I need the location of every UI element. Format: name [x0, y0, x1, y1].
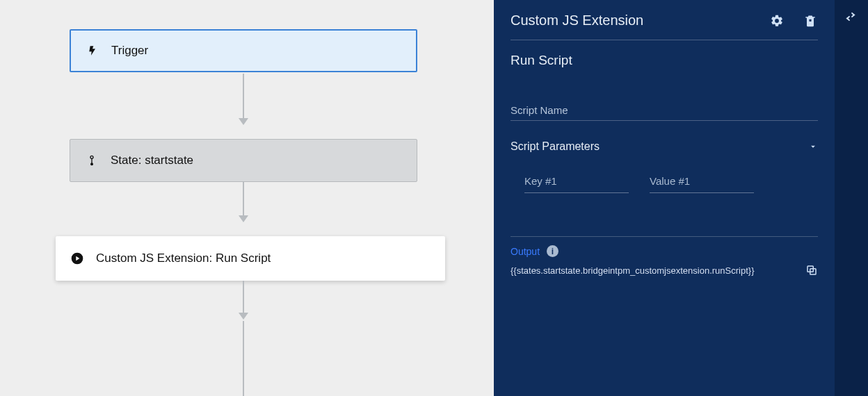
- arrow-down-icon: [239, 313, 248, 320]
- svg-point-0: [90, 156, 93, 158]
- connector: [243, 281, 244, 313]
- connector: [243, 321, 244, 396]
- divider: [511, 236, 818, 237]
- gear-icon[interactable]: [769, 13, 785, 28]
- play-icon: [70, 251, 85, 266]
- swap-icon[interactable]: [844, 10, 859, 25]
- lightning-icon: [85, 43, 100, 58]
- node-label: State: startstate: [111, 154, 193, 167]
- script-parameters-toggle[interactable]: Script Parameters: [511, 140, 818, 153]
- output-label: Output: [511, 246, 540, 257]
- workflow-node-trigger[interactable]: Trigger: [70, 29, 417, 72]
- connector: [243, 74, 244, 118]
- workflow-node-action[interactable]: Custom JS Extension: Run Script: [56, 236, 445, 281]
- panel-header: Custom JS Extension: [511, 13, 818, 40]
- parameter-row: [511, 171, 818, 199]
- panel-title: Custom JS Extension: [511, 13, 751, 28]
- state-icon: [84, 153, 99, 168]
- svg-point-1: [91, 163, 93, 165]
- arrow-down-icon: [239, 215, 248, 222]
- parameter-value-input[interactable]: [650, 171, 754, 193]
- script-name-field[interactable]: Script Name: [511, 104, 818, 121]
- right-rail: [835, 0, 868, 396]
- copy-icon[interactable]: [805, 264, 818, 277]
- script-parameters-label: Script Parameters: [511, 140, 600, 153]
- connector: [243, 182, 244, 215]
- output-value: {{states.startstate.bridgeintpm_customjs…: [511, 265, 798, 276]
- output-header: Output i: [511, 245, 818, 257]
- node-label: Custom JS Extension: Run Script: [96, 251, 271, 265]
- chevron-down-icon: [808, 142, 818, 151]
- delete-icon[interactable]: [803, 13, 818, 28]
- info-icon[interactable]: i: [547, 245, 558, 257]
- arrow-down-icon: [239, 118, 248, 125]
- properties-panel: Custom JS Extension Run Script Script Na…: [494, 0, 835, 396]
- node-label: Trigger: [111, 44, 148, 58]
- panel-subtitle: Run Script: [511, 40, 818, 83]
- workflow-node-state[interactable]: State: startstate: [70, 139, 417, 182]
- parameter-key-input[interactable]: [524, 171, 629, 193]
- workflow-canvas[interactable]: Trigger State: startstate Custom JS Exte…: [0, 0, 494, 396]
